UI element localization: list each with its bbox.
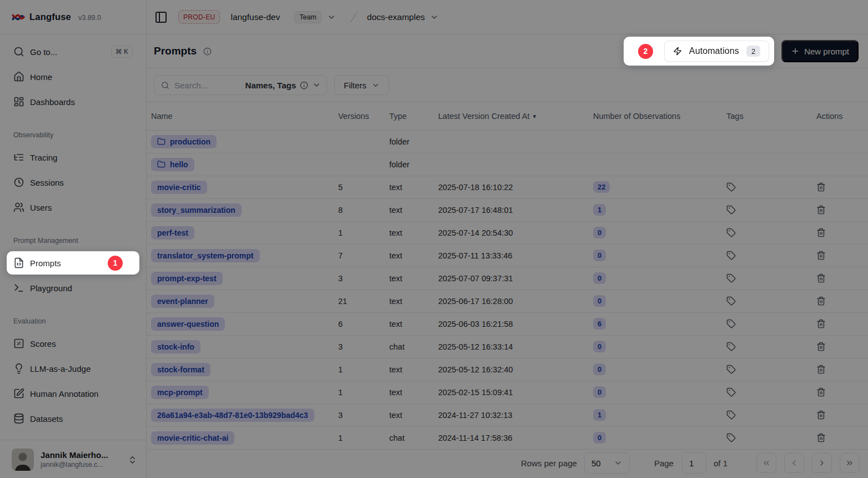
sidebar-item-playground[interactable]: Playground — [7, 277, 139, 298]
sidebar-item-human-annotation[interactable]: Human Annotation — [7, 383, 139, 404]
column-header-versions[interactable]: Versions — [334, 102, 385, 130]
table-row[interactable]: movie-critic5text2025-07-18 16:10:2222 — [147, 176, 868, 198]
trash-icon[interactable] — [816, 296, 864, 306]
page-title: Prompts — [154, 45, 197, 57]
tag-icon[interactable] — [726, 296, 807, 306]
prompt-name-pill[interactable]: answer-question — [151, 317, 225, 331]
sidebar-item-prompts[interactable]: Prompts1 — [7, 251, 139, 275]
table-row[interactable]: hellofolder — [147, 153, 868, 176]
tag-icon[interactable] — [726, 182, 807, 192]
column-header-tags[interactable]: Tags — [722, 102, 812, 130]
title-info-icon[interactable] — [203, 47, 212, 56]
new-prompt-button[interactable]: New prompt — [781, 40, 859, 62]
trash-icon[interactable] — [816, 228, 864, 237]
tags-cell — [722, 130, 812, 153]
tag-icon[interactable] — [726, 410, 807, 420]
table-row[interactable]: productionfolder — [147, 130, 868, 153]
chevrons-up-down-icon[interactable] — [128, 455, 137, 465]
sidebar-item-llm-as-a-judge[interactable]: LLM-as-a-Judge — [7, 358, 139, 379]
user-email: jannik@langfuse.c... — [41, 461, 108, 470]
table-row[interactable]: 26a61a94-e3ab-48d7-81e0-13b929bad4c33tex… — [147, 404, 868, 426]
prompt-name-pill[interactable]: movie-critic-chat-ai — [151, 431, 234, 445]
sidebar-item-go-to[interactable]: Go to...⌘ K — [7, 41, 139, 62]
trash-icon[interactable] — [816, 433, 864, 442]
filters-button[interactable]: Filters — [334, 75, 389, 95]
page-input[interactable]: 1 — [682, 452, 706, 474]
trash-icon[interactable] — [816, 319, 864, 328]
column-header-actions[interactable]: Actions — [812, 102, 868, 130]
table-row[interactable]: perf-test1text2025-07-14 20:54:300 — [147, 221, 868, 244]
first-page-button[interactable] — [756, 453, 776, 473]
sidebar-item-home[interactable]: Home — [7, 66, 139, 87]
prompt-name-pill[interactable]: story_summarization — [151, 203, 242, 217]
prompt-name-pill[interactable]: stock-info — [151, 340, 200, 353]
prev-page-button[interactable] — [784, 453, 804, 473]
table-row[interactable]: stock-info3chat2025-05-12 16:33:140 — [147, 335, 868, 358]
sidebar-item-sessions[interactable]: Sessions — [7, 172, 139, 193]
prompt-name-pill[interactable]: stock-format — [151, 363, 210, 376]
sidebar-toggle-icon[interactable] — [154, 11, 168, 24]
trash-icon[interactable] — [816, 342, 864, 351]
sidebar-item-users[interactable]: Users — [7, 197, 139, 218]
org-chevron-down-icon[interactable] — [327, 13, 336, 22]
table-row[interactable]: stock-format1text2025-05-12 16:32:400 — [147, 358, 868, 381]
trash-icon — [816, 251, 826, 260]
prompt-name-pill[interactable]: prompt-exp-test — [151, 272, 223, 285]
sidebar-item-tracing[interactable]: Tracing — [7, 147, 139, 168]
column-header-name[interactable]: Name — [147, 102, 334, 130]
prompt-name-pill[interactable]: translator_system-prompt — [151, 249, 260, 262]
trash-icon[interactable] — [816, 365, 864, 374]
trash-icon[interactable] — [816, 273, 864, 283]
next-page-button[interactable] — [812, 453, 832, 473]
table-row[interactable]: movie-critic-chat-ai1chat2024-11-14 17:5… — [147, 426, 868, 449]
trash-icon[interactable] — [816, 251, 864, 260]
trash-icon[interactable] — [816, 182, 864, 192]
tag-icon[interactable] — [726, 205, 807, 215]
type-cell: folder — [385, 153, 434, 176]
search-input[interactable]: Search... Names, Tags — [154, 75, 327, 95]
org-plan-badge: Team — [294, 11, 322, 23]
tag-icon[interactable] — [726, 228, 807, 237]
prompt-name-pill[interactable]: hello — [151, 158, 194, 171]
rows-per-page-label: Rows per page — [521, 459, 577, 468]
prompt-name-pill[interactable]: event-planner — [151, 295, 214, 308]
tag-icon[interactable] — [726, 365, 807, 374]
sidebar-user-row[interactable]: Jannik Maierho... jannik@langfuse.c... — [0, 440, 146, 478]
tag-icon[interactable] — [726, 319, 807, 328]
column-header-type[interactable]: Type — [385, 102, 434, 130]
rows-per-page-select[interactable]: 50 — [584, 452, 630, 474]
project-name[interactable]: docs-examples — [367, 12, 425, 22]
column-header-latest-version-created-at[interactable]: Latest Version Created At▼ — [434, 102, 589, 130]
tag-icon[interactable] — [726, 273, 807, 283]
prompt-name-pill[interactable]: movie-critic — [151, 181, 207, 194]
prompt-name-pill[interactable]: 26a61a94-e3ab-48d7-81e0-13b929bad4c3 — [151, 409, 314, 422]
tag-icon[interactable] — [726, 433, 807, 442]
table-row[interactable]: prompt-exp-test3text2025-07-07 09:37:310 — [147, 267, 868, 290]
automations-button[interactable]: Automations 2 — [664, 41, 769, 62]
table-row[interactable]: answer-question6text2025-06-03 16:21:586 — [147, 312, 868, 335]
prompt-name-pill[interactable]: perf-test — [151, 226, 194, 240]
sidebar-item-scores[interactable]: Scores — [7, 333, 139, 354]
trash-icon[interactable] — [816, 387, 864, 397]
trash-icon[interactable] — [816, 410, 864, 420]
table-row[interactable]: translator_system-prompt7text2025-07-11 … — [147, 244, 868, 267]
search-scope-select[interactable]: Names, Tags — [245, 81, 321, 90]
project-chevron-down-icon[interactable] — [430, 13, 439, 22]
sidebar-item-datasets[interactable]: Datasets — [7, 408, 139, 429]
versions-cell: 5 — [334, 176, 385, 198]
tag-icon[interactable] — [726, 251, 807, 260]
column-header-number-of-observations[interactable]: Number of Observations — [589, 102, 722, 130]
trash-icon[interactable] — [816, 205, 864, 215]
sidebar-item-dashboards[interactable]: Dashboards — [7, 91, 139, 112]
tag-icon[interactable] — [726, 342, 807, 351]
env-badge[interactable]: PROD-EU — [178, 10, 220, 24]
prompt-name-pill[interactable]: mcp-prompt — [151, 386, 209, 399]
org-name[interactable]: langfuse-dev — [230, 12, 280, 22]
prompt-name-pill[interactable]: production — [151, 135, 217, 148]
table-row[interactable]: story_summarization8text2025-07-17 16:48… — [147, 198, 868, 221]
tag-icon[interactable] — [726, 387, 807, 397]
last-page-button[interactable] — [840, 453, 860, 473]
table-row[interactable]: mcp-prompt1text2025-02-15 15:09:410 — [147, 381, 868, 404]
table-row[interactable]: event-planner21text2025-06-17 16:28:000 — [147, 290, 868, 312]
tag-icon — [726, 433, 736, 442]
